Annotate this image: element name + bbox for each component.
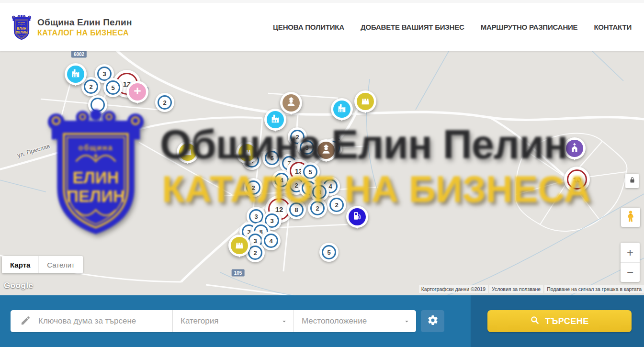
bag-icon (242, 146, 252, 159)
municipality-crest-logo: община ЕЛИН ПЕЛИН (11, 14, 33, 41)
search-button-label: ТЪРСЕНЕ (545, 316, 589, 326)
cluster-marker[interactable]: 2 (327, 195, 346, 214)
cluster-marker[interactable]: 5 (103, 78, 123, 97)
svg-text:ЕЛИН: ЕЛИН (17, 27, 26, 30)
location-select-label: Местоположение (302, 316, 367, 326)
lock-control[interactable] (625, 174, 639, 188)
page: община ЕЛИН ПЕЛИН Община Елин Пелин КАТА… (0, 0, 644, 347)
category-pin-factory[interactable] (65, 63, 87, 85)
search-right-panel: ТЪРСЕНЕ (471, 295, 644, 347)
pegman-icon (624, 210, 637, 224)
cluster-marker[interactable]: 2 (155, 93, 174, 112)
nav-item-add-business[interactable]: ДОБАВЕТЕ ВАШИЯТ БИЗНЕС (361, 23, 464, 31)
cluster-count (90, 98, 105, 112)
cluster-count: 3 (300, 140, 314, 155)
cluster-count: 6 (265, 151, 279, 165)
site-subtitle: КАТАЛОГ НА БИЗНЕСА (37, 29, 132, 37)
map-type-map-button[interactable]: Карта (2, 256, 38, 273)
factory-icon (270, 113, 281, 126)
category-select[interactable]: Категория (172, 310, 294, 332)
factory-icon (70, 68, 81, 80)
bag-icon (360, 95, 371, 108)
category-pin-fuel[interactable] (346, 206, 368, 228)
category-pin-factory[interactable] (331, 98, 353, 120)
cluster-count: 8 (289, 202, 304, 217)
attribution-report-link[interactable]: Подаване на сигнал за грешка в картата (544, 285, 644, 293)
cluster-count: 2 (84, 79, 98, 94)
chevron-down-icon (281, 318, 288, 327)
nav-item-timetable[interactable]: МАРШРУТНО РАЗПИСАНИЕ (481, 23, 578, 31)
map-canvas[interactable]: ул. Преславбул. „Новоселици" 6002105 321… (0, 51, 644, 295)
cluster-marker[interactable]: 4 (261, 231, 281, 250)
cluster-marker[interactable]: 3 (297, 138, 316, 157)
cluster-marker[interactable]: 2 (308, 199, 327, 218)
cluster-marker[interactable]: 6 (262, 148, 282, 168)
zoom-out-button[interactable]: − (621, 262, 640, 282)
category-pin-bag[interactable] (354, 90, 376, 112)
attribution-terms-link[interactable]: Условия за ползване (489, 285, 543, 293)
category-pin-bag[interactable] (228, 235, 250, 257)
cluster-count: 4 (264, 234, 278, 248)
search-section: Категория Местоположение (0, 295, 644, 347)
category-pin-cross[interactable] (126, 81, 148, 103)
zoom-control: + − (621, 243, 640, 282)
search-button[interactable]: ТЪРСЕНЕ (487, 310, 632, 332)
pegman-control[interactable] (621, 208, 640, 227)
search-bar: Категория Местоположение (11, 310, 416, 332)
bag-icon (234, 239, 245, 252)
advanced-search-button[interactable] (421, 310, 444, 332)
road-number-label: 6002 (71, 51, 87, 58)
cluster-count: 5 (322, 245, 336, 259)
cluster-count: 3 (249, 209, 263, 224)
road-number-label: 105 (232, 269, 245, 277)
search-left-panel: Категория Местоположение (0, 295, 471, 347)
category-pin-worker[interactable] (280, 92, 302, 114)
cluster-marker[interactable]: 10 (564, 167, 590, 192)
site-title: Община Елин Пелин (37, 17, 132, 28)
chevron-down-icon (403, 318, 410, 327)
category-pin-worker[interactable] (315, 139, 337, 161)
category-pin-bag[interactable] (236, 142, 258, 164)
bag-icon (182, 146, 193, 158)
worker-icon (286, 97, 296, 109)
header: община ЕЛИН ПЕЛИН Община Елин Пелин КАТА… (0, 0, 644, 51)
category-select-label: Категория (181, 316, 218, 326)
gear-icon (427, 314, 439, 328)
cluster-count: 2 (329, 198, 344, 212)
cluster-marker[interactable]: 8 (287, 200, 306, 219)
factory-icon (337, 103, 347, 115)
keyword-input[interactable] (37, 316, 172, 326)
nav-item-pricing[interactable]: ЦЕНОВА ПОЛИТИКА (273, 23, 344, 31)
fuel-icon (352, 211, 362, 223)
category-pin-church[interactable] (564, 137, 586, 159)
google-logo[interactable]: Google (4, 281, 34, 291)
cluster-count: 2 (246, 180, 260, 195)
attribution-copyright: Картографски данни ©2019 (419, 285, 488, 293)
cluster-count: 5 (106, 80, 120, 95)
cluster-count: 8 (312, 185, 327, 199)
cluster-count: 2 (158, 95, 172, 110)
magnifier-icon (530, 315, 540, 327)
cross-icon (133, 86, 142, 98)
brand[interactable]: община ЕЛИН ПЕЛИН Община Елин Пелин КАТА… (0, 14, 132, 41)
cluster-count: 5 (303, 165, 317, 179)
map-type-control: Карта Сателит (2, 256, 83, 273)
keyword-cell (11, 310, 172, 332)
pencil-icon (20, 315, 31, 328)
location-select[interactable]: Местоположение (294, 310, 416, 332)
map-attribution: Картографски данни ©2019 Условия за полз… (419, 285, 644, 293)
svg-text:ПЕЛИН: ПЕЛИН (16, 30, 27, 34)
cluster-marker[interactable] (88, 95, 107, 114)
cluster-marker[interactable]: 5 (319, 243, 339, 262)
cluster-marker[interactable]: 2 (244, 178, 263, 197)
cluster-count: 10 (567, 169, 587, 190)
cluster-count: 2 (310, 201, 325, 215)
category-pin-bag[interactable] (177, 141, 199, 163)
category-pin-factory[interactable] (264, 109, 286, 131)
main-nav: ЦЕНОВА ПОЛИТИКА ДОБАВЕТЕ ВАШИЯТ БИЗНЕС М… (273, 23, 644, 31)
map-type-satellite-button[interactable]: Сателит (38, 256, 83, 273)
zoom-in-button[interactable]: + (621, 243, 640, 262)
worker-icon (321, 144, 331, 157)
church-icon (569, 142, 580, 155)
nav-item-contacts[interactable]: КОНТАКТИ (594, 23, 632, 31)
